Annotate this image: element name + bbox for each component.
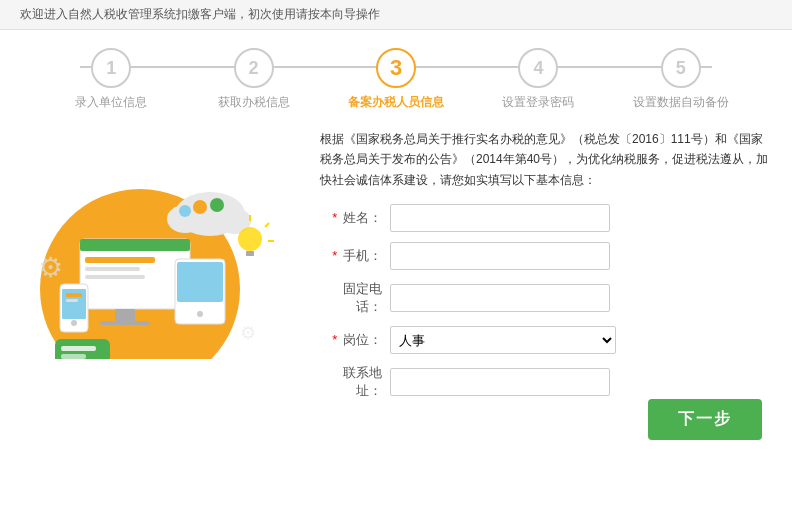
position-required-star: * — [332, 332, 337, 347]
svg-rect-13 — [66, 293, 82, 297]
svg-rect-14 — [66, 299, 78, 302]
step-2-label: 获取办税信息 — [218, 94, 290, 111]
svg-point-10 — [197, 311, 203, 317]
svg-rect-7 — [100, 321, 150, 325]
address-row: 联系地址： — [320, 364, 772, 400]
landline-input[interactable] — [390, 284, 610, 312]
svg-point-21 — [179, 205, 191, 217]
step-4: 4 设置登录密码 — [467, 48, 609, 111]
svg-point-15 — [71, 320, 77, 326]
top-bar: 欢迎进入自然人税收管理系统扣缴客户端，初次使用请按本向导操作 — [0, 0, 792, 30]
step-3-label: 备案办税人员信息 — [348, 94, 444, 111]
illustration: ⚙ ⚙ — [20, 129, 300, 410]
address-label: 联系地址： — [320, 364, 390, 400]
step-3-circle: 3 — [376, 48, 416, 88]
position-select[interactable]: 人事 财务 管理 其他 — [390, 326, 616, 354]
name-required-star: * — [332, 210, 337, 225]
svg-point-22 — [238, 227, 262, 251]
landline-label: 固定电话： — [320, 280, 390, 316]
description-text: 根据《国家税务总局关于推行实名办税的意见》（税总发〔2016〕111号）和《国家… — [320, 129, 772, 190]
svg-point-19 — [193, 200, 207, 214]
phone-required-star: * — [332, 248, 337, 263]
step-4-label: 设置登录密码 — [502, 94, 574, 111]
phone-label: * 手机： — [320, 247, 390, 265]
step-3: 3 备案办税人员信息 — [325, 48, 467, 111]
step-1-circle: 1 — [91, 48, 131, 88]
position-label: * 岗位： — [320, 331, 390, 349]
next-button[interactable]: 下一步 — [648, 399, 762, 440]
svg-text:⚙: ⚙ — [38, 252, 63, 283]
name-row: * 姓名： — [320, 204, 772, 232]
svg-rect-5 — [85, 275, 145, 279]
step-5-circle: 5 — [661, 48, 701, 88]
phone-row: * 手机： — [320, 242, 772, 270]
welcome-text: 欢迎进入自然人税收管理系统扣缴客户端，初次使用请按本向导操作 — [20, 7, 380, 21]
step-2: 2 获取办税信息 — [182, 48, 324, 111]
step-1: 1 录入单位信息 — [40, 48, 182, 111]
svg-rect-29 — [61, 346, 96, 351]
svg-line-25 — [265, 223, 269, 227]
name-input[interactable] — [390, 204, 610, 232]
step-4-circle: 4 — [518, 48, 558, 88]
svg-rect-4 — [85, 267, 140, 271]
landline-row: 固定电话： — [320, 280, 772, 316]
position-row: * 岗位： 人事 财务 管理 其他 — [320, 326, 772, 354]
svg-rect-30 — [61, 354, 86, 359]
svg-rect-23 — [246, 251, 254, 256]
content-area: ⚙ ⚙ 根据《国家税务总局关于推行实名办税的意见》（税总发〔2016〕111号）… — [0, 119, 792, 410]
svg-rect-9 — [177, 262, 223, 302]
step-5-label: 设置数据自动备份 — [633, 94, 729, 111]
step-1-label: 录入单位信息 — [75, 94, 147, 111]
illustration-svg: ⚙ ⚙ — [20, 129, 290, 359]
name-label: * 姓名： — [320, 209, 390, 227]
address-input[interactable] — [390, 368, 610, 396]
svg-text:⚙: ⚙ — [240, 323, 256, 343]
steps-container: 1 录入单位信息 2 获取办税信息 3 备案办税人员信息 4 设置登录密码 — [0, 30, 792, 119]
phone-input[interactable] — [390, 242, 610, 270]
step-2-circle: 2 — [234, 48, 274, 88]
form-area: 根据《国家税务总局关于推行实名办税的意见》（税总发〔2016〕111号）和《国家… — [320, 129, 772, 410]
svg-point-20 — [210, 198, 224, 212]
step-5: 5 设置数据自动备份 — [610, 48, 752, 111]
svg-rect-6 — [115, 309, 135, 321]
svg-rect-3 — [85, 257, 155, 263]
svg-rect-2 — [80, 239, 190, 251]
